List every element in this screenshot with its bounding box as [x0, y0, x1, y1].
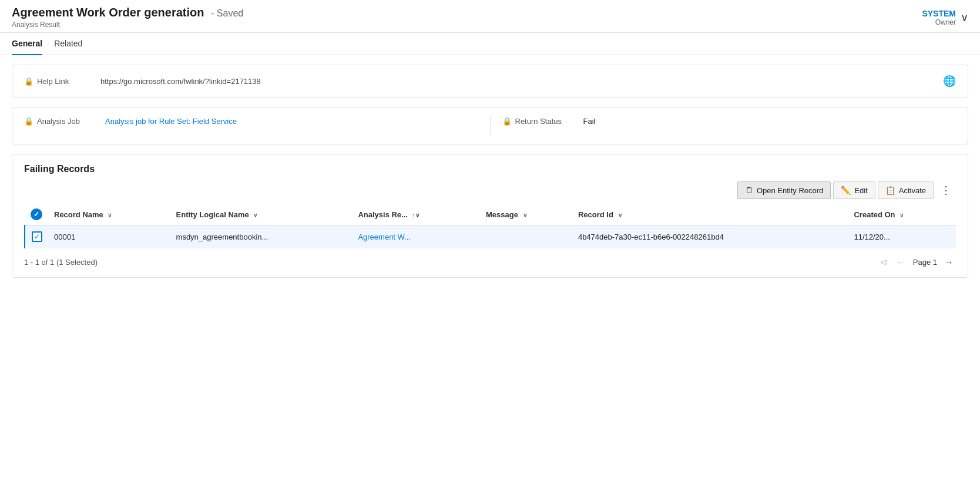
analysis-section: Analysis Job Analysis job for Rule Set: …	[12, 107, 968, 144]
activate-label: Activate	[899, 186, 926, 195]
edit-button[interactable]: ✏️ Edit	[833, 181, 875, 199]
edit-icon: ✏️	[841, 186, 851, 195]
pagination-prev-button[interactable]: ←	[894, 256, 908, 269]
main-content: Help Link https://go.microsoft.com/fwlin…	[0, 65, 980, 278]
owner-role: Owner	[922, 18, 956, 26]
top-bar-left: Agreement Work Order generation - Saved …	[12, 6, 243, 29]
analysis-row: Analysis Job Analysis job for Rule Set: …	[24, 117, 956, 134]
open-entity-record-label: Open Entity Record	[757, 186, 823, 195]
failing-records-section: Failing Records 🗒 Open Entity Record ✏️ …	[12, 154, 968, 278]
edit-label: Edit	[854, 186, 867, 195]
col-header-message[interactable]: Message ∨	[480, 204, 572, 226]
sort-icon-created-on: ∨	[900, 212, 904, 218]
cell-message	[480, 226, 572, 248]
field-divider	[490, 117, 491, 134]
cell-created-on: 11/12/20...	[848, 226, 956, 248]
analysis-job-label-text: Analysis Job	[37, 117, 80, 126]
col-header-created-on[interactable]: Created On ∨	[848, 204, 956, 226]
col-header-analysis-re[interactable]: Analysis Re... ↑∨	[352, 204, 480, 226]
help-link-value[interactable]: https://go.microsoft.com/fwlink/?linkid=…	[100, 77, 261, 86]
col-label-record-name: Record Name	[54, 210, 103, 219]
select-all-checkbox[interactable]: ✓	[31, 208, 42, 220]
help-link-section: Help Link https://go.microsoft.com/fwlin…	[12, 65, 968, 97]
pagination: 1 - 1 of 1 (1 Selected) ⊲ ← Page 1 →	[24, 248, 956, 271]
more-options-button[interactable]: ⋮	[936, 181, 956, 199]
analysis-job-value[interactable]: Analysis job for Rule Set: Field Service	[105, 117, 237, 126]
cell-analysis-re[interactable]: Agreement W...	[352, 226, 480, 248]
page-subtitle: Analysis Result	[12, 21, 243, 29]
top-bar: Agreement Work Order generation - Saved …	[0, 0, 980, 33]
sort-icon-record-id: ∨	[618, 212, 622, 218]
open-record-icon: 🗒	[745, 186, 753, 195]
table-header-row: ✓ Record Name ∨ Entity Logical Name ∨ An…	[25, 204, 956, 226]
analysis-job-field: Analysis Job Analysis job for Rule Set: …	[24, 117, 478, 126]
analysis-job-label: Analysis Job	[24, 117, 100, 126]
page-title: Agreement Work Order generation - Saved	[12, 6, 243, 19]
globe-icon[interactable]: 🌐	[943, 75, 956, 87]
cell-record-id: 4b474deb-7a30-ec11-b6e6-002248261bd4	[572, 226, 848, 248]
row-checkbox-cell[interactable]: ✓	[25, 226, 48, 248]
col-label-record-id: Record Id	[578, 210, 613, 219]
col-header-record-id[interactable]: Record Id ∨	[572, 204, 848, 226]
failing-records-title: Failing Records	[24, 164, 956, 174]
sort-icon-entity-logical-name: ∨	[253, 212, 257, 218]
col-label-created-on: Created On	[854, 210, 895, 219]
return-status-label: Return Status	[502, 117, 579, 126]
saved-label: - Saved	[211, 8, 243, 18]
help-link-row: Help Link https://go.microsoft.com/fwlin…	[24, 75, 956, 87]
tabs-bar: General Related	[0, 33, 980, 55]
activate-icon: 📋	[885, 186, 895, 195]
analysis-re-link[interactable]: Agreement W...	[358, 233, 411, 241]
owner-name[interactable]: SYSTEM	[922, 9, 956, 18]
lock-icon	[24, 77, 33, 86]
top-bar-right: SYSTEM Owner ∨	[922, 9, 968, 26]
return-status-label-text: Return Status	[515, 117, 562, 126]
tab-related[interactable]: Related	[54, 33, 82, 55]
pagination-first-button[interactable]: ⊲	[877, 255, 890, 269]
lock-icon-analysis	[24, 117, 33, 126]
col-header-record-name[interactable]: Record Name ∨	[48, 204, 170, 226]
tab-general[interactable]: General	[12, 33, 42, 55]
activate-button[interactable]: 📋 Activate	[878, 181, 934, 199]
pagination-summary: 1 - 1 of 1 (1 Selected)	[24, 258, 98, 267]
col-header-entity-logical-name[interactable]: Entity Logical Name ∨	[170, 204, 353, 226]
col-label-message: Message	[486, 210, 518, 219]
cell-entity-logical-name: msdyn_agreementbookin...	[170, 226, 353, 248]
return-status-value: Fail	[583, 117, 596, 126]
col-label-entity-logical-name: Entity Logical Name	[176, 210, 249, 219]
failing-records-table: ✓ Record Name ∨ Entity Logical Name ∨ An…	[24, 204, 956, 248]
select-all-header[interactable]: ✓	[25, 204, 48, 226]
help-link-label: Help Link	[24, 77, 95, 86]
open-entity-record-button[interactable]: 🗒 Open Entity Record	[737, 181, 831, 199]
sort-icon-record-name: ∨	[108, 212, 112, 218]
table-row[interactable]: ✓ 00001 msdyn_agreementbookin... Agreeme…	[25, 226, 956, 248]
pagination-next-button[interactable]: →	[942, 256, 956, 269]
page-title-text: Agreement Work Order generation	[12, 6, 204, 19]
pagination-page-label: Page 1	[913, 258, 937, 267]
lock-icon-status	[502, 117, 512, 126]
col-label-analysis-re: Analysis Re...	[358, 210, 408, 219]
return-status-field: Return Status Fail	[502, 117, 956, 126]
pagination-controls: ⊲ ← Page 1 →	[877, 255, 956, 269]
records-toolbar: 🗒 Open Entity Record ✏️ Edit 📋 Activate …	[24, 181, 956, 199]
sort-icon-message: ∨	[523, 212, 527, 218]
help-link-field-label: Help Link	[37, 77, 69, 86]
chevron-down-icon[interactable]: ∨	[961, 11, 968, 24]
owner-label: SYSTEM Owner	[922, 9, 956, 26]
row-checkbox[interactable]: ✓	[32, 231, 42, 242]
cell-record-name: 00001	[48, 226, 170, 248]
